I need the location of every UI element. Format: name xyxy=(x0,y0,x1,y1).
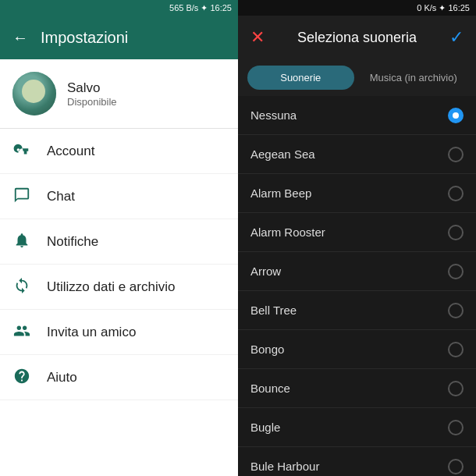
ringtone-name: Bongo xyxy=(250,343,284,356)
key-icon xyxy=(12,141,31,162)
ringtone-item[interactable]: Bule Harbour xyxy=(238,447,476,476)
chat-icon xyxy=(12,186,31,207)
back-button[interactable]: ← xyxy=(12,29,28,47)
ringtone-item[interactable]: Arrow xyxy=(238,252,476,291)
ringtone-item[interactable]: Alarm Beep xyxy=(238,174,476,213)
sync-icon xyxy=(12,277,31,297)
radio-button[interactable] xyxy=(448,108,464,123)
profile-status: Disponibile xyxy=(67,96,117,108)
profile-name: Salvo xyxy=(67,80,117,96)
radio-button[interactable] xyxy=(448,186,464,201)
menu-list: Account Chat Notifiche Utilizzo dati e a… xyxy=(0,129,238,476)
radio-button[interactable] xyxy=(448,420,464,435)
ringtone-item[interactable]: Aegean Sea xyxy=(238,135,476,174)
status-text-right: 0 K/s ✦ 16:25 xyxy=(417,3,470,13)
profile-section[interactable]: Salvo Disponibile xyxy=(0,59,238,129)
menu-label-account: Account xyxy=(47,144,94,159)
ringtone-item[interactable]: Alarm Rooster xyxy=(238,213,476,252)
ringtone-name: Bule Harbour xyxy=(250,460,319,473)
radio-button[interactable] xyxy=(448,459,464,474)
tabs-bar: Suonerie Musica (in archivio) xyxy=(238,59,476,96)
right-title: Seleziona suoneria xyxy=(297,30,417,46)
status-text-left: 565 B/s ✦ 16:25 xyxy=(169,3,232,13)
right-header: ✕ Seleziona suoneria ✓ xyxy=(238,16,476,59)
menu-item-utilizzo[interactable]: Utilizzo dati e archivio xyxy=(0,265,238,310)
ringtone-name: Alarm Rooster xyxy=(250,226,325,239)
ringtone-name: Nessuna xyxy=(250,108,297,122)
left-header: ← Impostazioni xyxy=(0,16,238,59)
radio-button[interactable] xyxy=(448,381,464,396)
status-bar-right: 0 K/s ✦ 16:25 xyxy=(238,0,476,16)
tab-musica[interactable]: Musica (in archivio) xyxy=(361,66,467,90)
ringtone-name: Bugle xyxy=(250,421,280,434)
ringtone-name: Aegean Sea xyxy=(250,147,315,161)
page-title: Impostazioni xyxy=(41,29,128,47)
right-panel: ✕ Seleziona suoneria ✓ Suonerie Musica (… xyxy=(238,16,476,476)
menu-label-invita: Invita un amico xyxy=(47,325,136,340)
tab-suonerie[interactable]: Suonerie xyxy=(247,66,354,90)
ringtone-name: Alarm Beep xyxy=(250,186,311,200)
ringtone-name: Bell Tree xyxy=(250,304,297,317)
ringtone-item[interactable]: Bounce xyxy=(238,369,476,408)
ringtone-item[interactable]: Bell Tree xyxy=(238,291,476,330)
ringtone-name: Bounce xyxy=(250,382,290,395)
profile-info: Salvo Disponibile xyxy=(67,80,117,108)
menu-item-invita[interactable]: Invita un amico xyxy=(0,310,238,355)
ringtone-item[interactable]: Bugle xyxy=(238,408,476,447)
menu-label-aiuto: Aiuto xyxy=(47,370,77,385)
main-layout: ← Impostazioni Salvo Disponibile Account xyxy=(0,16,476,476)
status-bars: 565 B/s ✦ 16:25 0 K/s ✦ 16:25 xyxy=(0,0,476,16)
bell-icon xyxy=(12,232,31,252)
avatar-image xyxy=(12,72,56,115)
ringtone-item[interactable]: Nessuna xyxy=(238,96,476,135)
radio-button[interactable] xyxy=(448,147,464,162)
ringtone-item[interactable]: Bongo xyxy=(238,330,476,369)
ringtone-name: Arrow xyxy=(250,265,281,278)
left-panel: ← Impostazioni Salvo Disponibile Account xyxy=(0,16,238,476)
avatar xyxy=(12,72,56,115)
menu-item-account[interactable]: Account xyxy=(0,129,238,174)
menu-item-aiuto[interactable]: Aiuto xyxy=(0,355,238,400)
menu-item-notifiche[interactable]: Notifiche xyxy=(0,219,238,265)
menu-label-notifiche: Notifiche xyxy=(47,234,98,250)
ringtone-list: NessunaAegean SeaAlarm BeepAlarm Rooster… xyxy=(238,96,476,476)
people-icon xyxy=(12,322,31,343)
radio-button[interactable] xyxy=(448,342,464,357)
help-icon xyxy=(12,368,31,388)
menu-label-chat: Chat xyxy=(47,189,75,204)
radio-button[interactable] xyxy=(448,264,464,279)
radio-button[interactable] xyxy=(448,225,464,240)
confirm-button[interactable]: ✓ xyxy=(449,27,464,48)
status-bar-left: 565 B/s ✦ 16:25 xyxy=(0,0,238,16)
close-button[interactable]: ✕ xyxy=(250,27,265,48)
menu-item-chat[interactable]: Chat xyxy=(0,174,238,219)
menu-label-utilizzo: Utilizzo dati e archivio xyxy=(47,279,175,295)
radio-button[interactable] xyxy=(448,303,464,318)
